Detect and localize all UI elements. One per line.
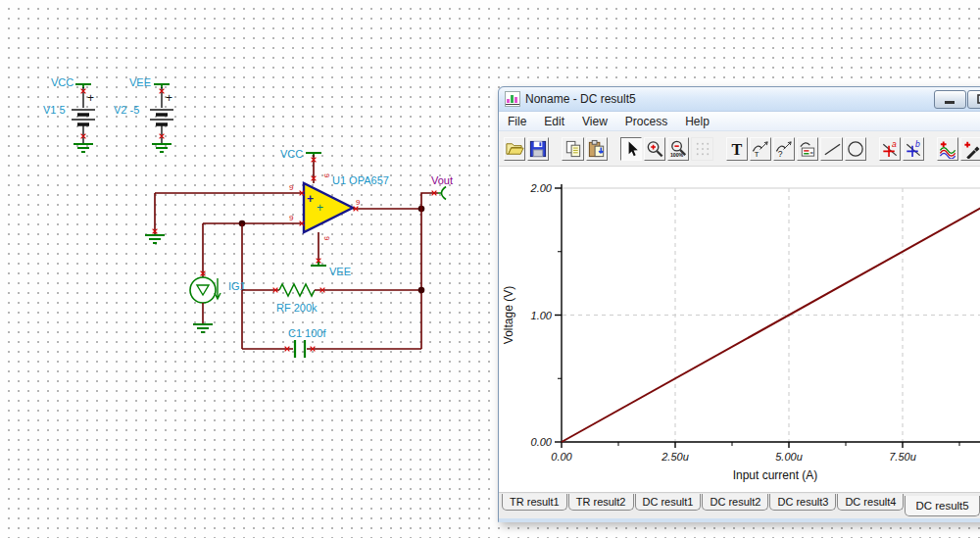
cursor-b-button[interactable]: b [903, 137, 924, 161]
capacitor-c1[interactable]: C1 100f [242, 327, 421, 358]
tab-dc-result1[interactable]: DC result1 [635, 494, 702, 511]
x-tick-label: 2.50u [661, 451, 689, 463]
x-tick-label: 7.50u [889, 451, 916, 463]
add-curves-button[interactable] [937, 137, 958, 161]
copy-icon [564, 139, 583, 159]
zoom-in-button[interactable] [644, 137, 665, 161]
svg-text:b: b [915, 139, 920, 149]
plot-window: Noname - DC result5 FileEditViewProcessH… [498, 86, 980, 522]
save-icon [528, 139, 548, 159]
opamp-vcc-node[interactable]: VCC [280, 148, 321, 183]
menu-process[interactable]: Process [616, 115, 676, 128]
pin-connection-markers [81, 89, 437, 352]
c1-label[interactable]: C1 100f [288, 327, 326, 339]
y-tick-label: 1.00 [531, 310, 553, 321]
rf-label[interactable]: RF 200k [276, 302, 318, 314]
pointer-icon [621, 139, 641, 159]
open-button[interactable] [504, 137, 525, 161]
voltage-source-v1[interactable]: + VCC V1 5 [43, 76, 95, 152]
output-net[interactable]: Vout [353, 174, 453, 349]
tab-tr-result2[interactable]: TR result2 [568, 494, 634, 511]
tab-dc-result3[interactable]: DC result3 [769, 494, 836, 511]
save-button[interactable] [527, 137, 549, 161]
svg-text:T: T [755, 150, 760, 159]
svg-text:T: T [731, 140, 742, 158]
opamp-vcc-label[interactable]: VCC [280, 148, 303, 160]
tab-dc-result4[interactable]: DC result4 [837, 494, 904, 511]
vee-rail-label[interactable]: VEE [129, 76, 151, 88]
plot-area[interactable]: 0.002.50u5.00u7.50u0.001.002.00Voltage (… [499, 167, 980, 518]
tab-dc-result2[interactable]: DC result2 [702, 494, 768, 511]
resistor-rf[interactable]: RF 200k [242, 284, 421, 314]
opamp-vee-label[interactable]: VEE [329, 266, 351, 277]
voltage-source-v2[interactable]: + VEE V2 -5 [114, 76, 173, 152]
v2-value-label[interactable]: V2 -5 [114, 104, 139, 116]
grid-button [691, 137, 712, 161]
menu-file[interactable]: File [499, 115, 535, 128]
maximize-button[interactable] [967, 90, 980, 109]
text-icon: T [727, 139, 747, 159]
v2-plus-sign: + [166, 91, 172, 105]
add-curves-icon [938, 139, 957, 159]
open-icon [505, 139, 524, 159]
zoom-out-100-button[interactable]: 100% [667, 137, 689, 161]
tab-dc-result5[interactable]: DC result5 [905, 496, 979, 516]
junction-dot [418, 287, 425, 294]
y-tick-label: 0.00 [531, 436, 553, 448]
v1-plus-sign: + [87, 91, 94, 105]
y-axis-title: Voltage (V) [502, 286, 515, 344]
minimize-button[interactable] [934, 90, 966, 109]
zoom-out-100-icon: 100% [668, 139, 688, 159]
opamp-inner-plus-sign: + [317, 201, 323, 215]
legend-icon: = [798, 139, 817, 159]
svg-text:?: ? [778, 149, 783, 159]
cursor-a-button[interactable]: a [879, 137, 901, 161]
diagram-app-icon [505, 91, 520, 107]
v1-value-label[interactable]: V1 5 [43, 104, 66, 116]
vcc-rail-label[interactable]: VCC [51, 76, 74, 88]
toolbar: 100%TT?=ab [499, 131, 980, 167]
vout-label[interactable]: Vout [431, 174, 453, 186]
window-bottom-border [499, 518, 980, 522]
y-tick-label: 2.00 [530, 182, 553, 194]
window-titlebar[interactable]: Noname - DC result5 [499, 87, 980, 112]
paste-icon [587, 139, 607, 159]
opamp-u1[interactable]: + + U1 OPA657 9 9 9 9 9 [289, 173, 389, 241]
menu-bar: FileEditViewProcessHelp [499, 112, 980, 131]
text-button[interactable]: T [726, 137, 748, 161]
cursor-b-icon: b [904, 139, 923, 159]
pin-number: 9 [289, 214, 294, 222]
cursor-trace-button[interactable]: T [750, 137, 771, 161]
svg-text:100%: 100% [670, 152, 684, 158]
line-button[interactable] [820, 137, 842, 161]
current-source-ig1[interactable]: IG1 [190, 223, 246, 332]
pick-curve-button[interactable] [960, 137, 980, 161]
opamp-ref-label[interactable]: U1 OPA657 [332, 174, 389, 186]
output-port-icon [438, 187, 446, 200]
pointer-button[interactable] [620, 137, 642, 161]
noninverting-input-net[interactable] [145, 193, 304, 243]
window-title: Noname - DC result5 [525, 92, 636, 106]
ellipse-icon [846, 139, 865, 159]
result-tab-bar: TR result1TR result2DC result1DC result2… [499, 492, 980, 518]
pin-number: 9 [356, 198, 361, 207]
menu-edit[interactable]: Edit [535, 115, 573, 128]
x-tick-label: 0.00 [551, 451, 572, 463]
cursor-a-icon: a [880, 139, 900, 159]
x-tick-label: 5.00u [775, 451, 803, 463]
menu-view[interactable]: View [573, 115, 616, 128]
menu-help[interactable]: Help [676, 115, 718, 128]
copy-button[interactable] [562, 137, 583, 161]
cursor-query-icon: ? [774, 139, 794, 159]
paste-button[interactable] [586, 137, 608, 161]
zoom-in-icon [645, 139, 664, 159]
pick-curve-icon [962, 139, 980, 159]
legend-button[interactable]: = [797, 137, 818, 161]
ellipse-button[interactable] [845, 137, 866, 161]
svg-text:a: a [892, 139, 897, 149]
cursor-query-button[interactable]: ? [773, 137, 795, 161]
pin-number: 9 [289, 183, 294, 192]
tab-tr-result1[interactable]: TR result1 [502, 494, 567, 511]
opamp-plus-input-sign: + [307, 192, 314, 206]
pin-number: 9 [322, 236, 331, 241]
